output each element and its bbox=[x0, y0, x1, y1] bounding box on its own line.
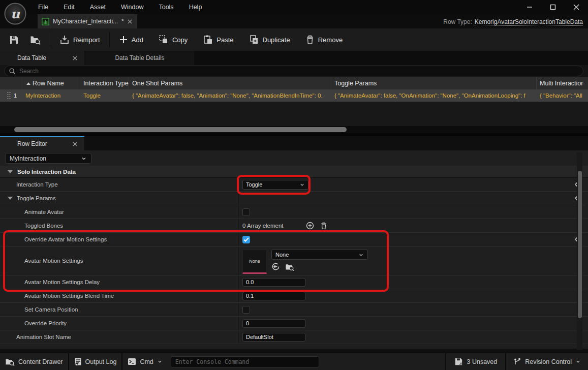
reimport-label: Reimport bbox=[73, 36, 100, 44]
animate-avatar-checkbox[interactable] bbox=[242, 208, 250, 216]
tab-data-table[interactable]: Data Table bbox=[0, 51, 84, 65]
table-row[interactable]: 1 MyInteraction Toggle { "AnimateAvatar"… bbox=[0, 89, 588, 102]
tab-close-icon[interactable] bbox=[73, 142, 77, 146]
tab-close-icon[interactable] bbox=[73, 56, 77, 60]
header-interaction-type-label: Interaction Type bbox=[83, 80, 129, 87]
browse-to-asset-button[interactable] bbox=[26, 32, 45, 48]
toggled-bones-label: Toggled Bones bbox=[0, 219, 239, 232]
vertical-scrollbar-thumb[interactable] bbox=[578, 171, 582, 318]
cmd-selector[interactable]: Cmd bbox=[122, 353, 167, 370]
table-empty-area bbox=[0, 102, 588, 126]
duplicate-row-button[interactable]: Duplicate bbox=[245, 32, 294, 48]
menu-asset[interactable]: Asset bbox=[82, 4, 113, 11]
avatar-motion-settings-blend-time-input[interactable]: 0.1 bbox=[242, 292, 305, 300]
close-window-button[interactable] bbox=[565, 0, 588, 14]
header-interaction-type[interactable]: Interaction Type bbox=[80, 77, 129, 89]
avatar-motion-settings-delay-input[interactable]: 0.0 bbox=[242, 278, 305, 287]
maximize-button[interactable] bbox=[541, 0, 565, 14]
chevron-down-icon bbox=[157, 359, 163, 364]
property-row-avatar-motion-settings: Avatar Motion Settings None None bbox=[0, 246, 588, 275]
chevron-down-icon bbox=[299, 182, 305, 188]
category-solo-interaction-data[interactable]: Solo Interaction Data bbox=[0, 166, 588, 178]
tab-row-editor[interactable]: Row Editor bbox=[0, 136, 84, 150]
remove-row-button[interactable]: Remove bbox=[301, 32, 347, 48]
chevron-down-icon bbox=[575, 359, 581, 364]
asset-tab[interactable]: MyCharacter_Interacti... * bbox=[38, 14, 137, 28]
horizontal-scrollbar-thumb[interactable] bbox=[14, 127, 347, 132]
asset-tab-close-icon[interactable] bbox=[128, 19, 132, 24]
interaction-type-value: Toggle bbox=[246, 181, 262, 188]
unreal-engine-logo-icon[interactable]: u bbox=[4, 2, 27, 25]
header-toggle-params[interactable]: Toggle Params bbox=[331, 77, 537, 89]
terminal-icon bbox=[128, 358, 136, 365]
use-selected-asset-icon[interactable] bbox=[271, 262, 280, 271]
output-log-button[interactable]: Output Log bbox=[69, 353, 122, 370]
menu-edit[interactable]: Edit bbox=[56, 4, 82, 11]
cell-multi-interaction[interactable]: { "Behavior": "All bbox=[537, 92, 583, 99]
animation-slot-name-input[interactable]: DefaultSlot bbox=[242, 333, 305, 342]
save-unsaved-icon bbox=[454, 357, 463, 366]
interaction-type-dropdown[interactable]: Toggle bbox=[242, 180, 308, 190]
drag-handle-icon[interactable] bbox=[7, 91, 11, 100]
header-row-name[interactable]: Row Name bbox=[22, 77, 80, 89]
folder-search-icon bbox=[30, 35, 41, 45]
row-type-label: Row Type: bbox=[443, 18, 472, 26]
copy-row-button[interactable]: Copy bbox=[154, 32, 192, 48]
cell-toggle-params[interactable]: { "AnimateAvatar": false, "OnAnimation":… bbox=[331, 92, 537, 99]
folder-search-icon bbox=[5, 357, 15, 366]
header-multi-interaction[interactable]: Multi Interaction bbox=[537, 77, 583, 89]
add-row-button[interactable]: Add bbox=[115, 32, 147, 47]
row-selector-dropdown[interactable]: MyInteraction bbox=[5, 153, 91, 164]
cell-row-name[interactable]: MyInteraction bbox=[22, 92, 80, 99]
add-array-element-icon[interactable] bbox=[306, 222, 314, 230]
console-command-input[interactable] bbox=[175, 358, 315, 365]
clear-array-icon[interactable] bbox=[320, 222, 327, 230]
set-camera-position-checkbox[interactable] bbox=[242, 306, 250, 314]
expander-down-icon[interactable] bbox=[8, 170, 13, 173]
save-button[interactable] bbox=[5, 32, 23, 48]
add-label: Add bbox=[132, 36, 143, 44]
cell-one-shot-params[interactable]: { "AnimateAvatar": false, "Animation": "… bbox=[129, 92, 331, 99]
property-row-avatar-motion-settings-blend-time: Avatar Motion Settings Blend Time 0.1 bbox=[0, 289, 588, 303]
menu-window[interactable]: Window bbox=[113, 4, 151, 11]
paste-icon bbox=[203, 35, 213, 45]
remove-label: Remove bbox=[318, 36, 343, 44]
menu-help[interactable]: Help bbox=[181, 4, 210, 11]
expander-down-icon[interactable] bbox=[8, 197, 13, 200]
main-toolbar: Reimport Add Copy Paste Duplicate Remove bbox=[0, 28, 588, 51]
duplicate-icon bbox=[249, 35, 259, 45]
toggle-params-label: Toggle Params bbox=[17, 195, 56, 201]
avatar-motion-settings-delay-label: Avatar Motion Settings Delay bbox=[0, 275, 239, 289]
tab-data-table-details[interactable]: Data Table Details bbox=[85, 51, 194, 65]
revision-control-button[interactable]: Revision Control bbox=[506, 353, 588, 370]
asset-dirty-marker: * bbox=[121, 18, 124, 25]
asset-thumbnail[interactable]: None bbox=[242, 250, 267, 274]
header-index-column bbox=[0, 77, 22, 89]
override-priority-input[interactable]: 0 bbox=[242, 319, 305, 328]
unsaved-assets-button[interactable]: 3 Unsaved bbox=[446, 353, 506, 370]
search-input[interactable] bbox=[19, 68, 579, 75]
menu-file[interactable]: File bbox=[30, 4, 56, 11]
avatar-motion-settings-dropdown[interactable]: None bbox=[271, 250, 368, 260]
content-drawer-button[interactable]: Content Drawer bbox=[0, 353, 68, 370]
table-header: Row Name Interaction Type One Shot Param… bbox=[0, 77, 588, 89]
menu-tools[interactable]: Tools bbox=[151, 4, 181, 11]
cell-interaction-type[interactable]: Toggle bbox=[80, 92, 129, 99]
cmd-label: Cmd bbox=[140, 358, 153, 365]
browse-to-asset-icon[interactable] bbox=[285, 263, 294, 271]
output-log-icon bbox=[74, 357, 82, 366]
header-row-name-label: Row Name bbox=[33, 80, 64, 87]
header-one-shot-params[interactable]: One Shot Params bbox=[129, 77, 331, 89]
minimize-button[interactable] bbox=[518, 0, 541, 14]
row-type-value-link[interactable]: KemorigAvatarSoloInteractionTableData bbox=[475, 18, 583, 26]
duplicate-label: Duplicate bbox=[263, 36, 290, 44]
trash-icon bbox=[305, 35, 315, 45]
window-controls bbox=[518, 0, 588, 14]
reimport-button[interactable]: Reimport bbox=[55, 32, 104, 48]
property-row-toggle-params[interactable]: Toggle Params bbox=[0, 192, 588, 205]
vertical-scrollbar-track[interactable] bbox=[577, 152, 582, 350]
paste-row-button[interactable]: Paste bbox=[199, 32, 237, 48]
console-command-box[interactable] bbox=[171, 356, 319, 367]
search-box[interactable] bbox=[4, 66, 583, 76]
override-avatar-motion-settings-checkbox[interactable] bbox=[242, 236, 250, 243]
